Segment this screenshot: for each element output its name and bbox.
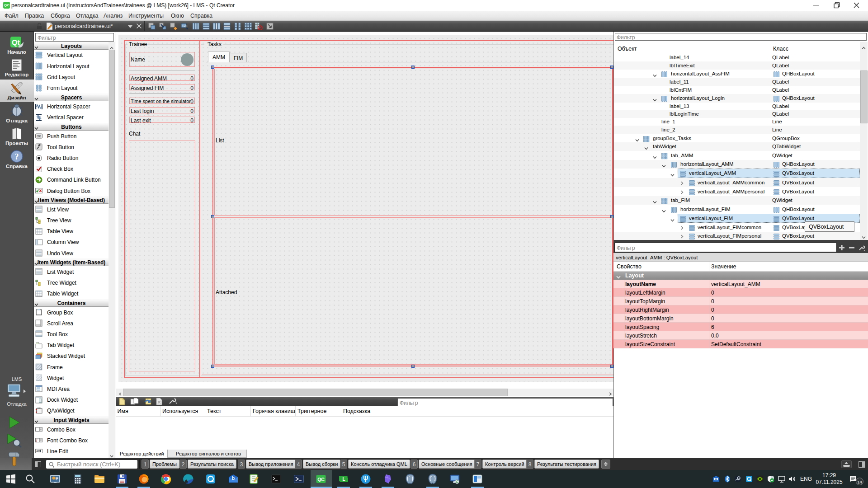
svg-text:Qt: Qt [12,39,20,47]
svg-text:L: L [342,477,345,482]
svg-text:?: ? [15,152,19,161]
svg-text:AB: AB [36,450,40,453]
svg-text:b: b [232,476,235,481]
svg-text:QC: QC [317,477,325,482]
svg-text:OK: OK [37,135,41,138]
svg-text:123: 123 [182,24,188,28]
